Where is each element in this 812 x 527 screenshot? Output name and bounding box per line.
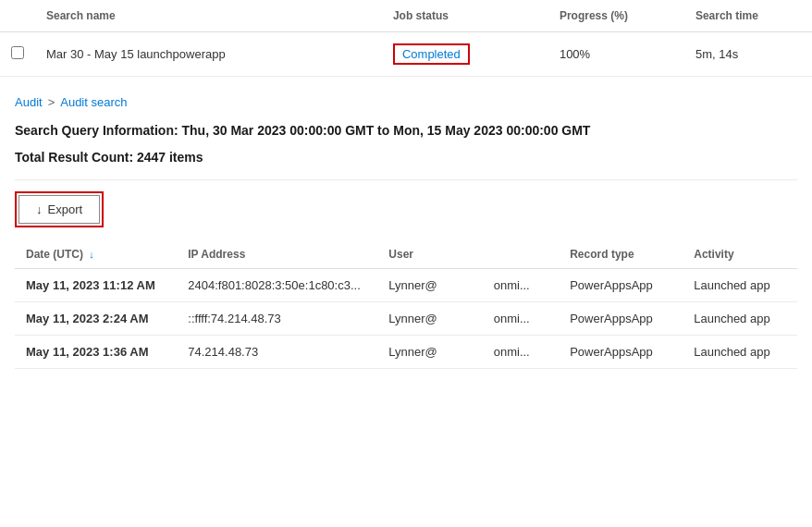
breadcrumb-audit-search[interactable]: Audit search bbox=[60, 95, 127, 109]
search-name-cell: Mar 30 - May 15 launchpowerapp bbox=[35, 32, 382, 77]
result-user: Lynner@ bbox=[377, 301, 482, 335]
export-icon: ↓ bbox=[36, 202, 43, 216]
query-info-text: Search Query Information: Thu, 30 Mar 20… bbox=[15, 122, 797, 141]
job-status-col-header: Job status bbox=[382, 0, 548, 32]
org-col-header bbox=[483, 240, 559, 269]
record-col-header: Record type bbox=[559, 240, 683, 269]
search-time-value: 5m, 14s bbox=[695, 47, 738, 61]
result-row: May 11, 2023 11:12 AM 2404:f801:8028:3:5… bbox=[15, 268, 797, 301]
result-ip: ::ffff:74.214.48.73 bbox=[177, 301, 377, 335]
result-count-text: Total Result Count: 2447 items bbox=[15, 150, 797, 165]
result-date: May 11, 2023 11:12 AM bbox=[15, 268, 177, 301]
detail-section: Audit > Audit search Search Query Inform… bbox=[0, 77, 812, 369]
breadcrumb-separator: > bbox=[48, 95, 55, 109]
activity-col-header: Activity bbox=[683, 240, 797, 269]
row-checkbox[interactable] bbox=[11, 46, 24, 59]
result-activity: Launched app bbox=[683, 301, 797, 335]
ip-col-header: IP Address bbox=[177, 240, 377, 269]
progress-value: 100% bbox=[560, 47, 590, 61]
search-name-col-header: Search name bbox=[35, 0, 382, 32]
result-org: onmi... bbox=[483, 268, 559, 301]
search-name-value: Mar 30 - May 15 launchpowerapp bbox=[46, 47, 226, 61]
result-date: May 11, 2023 2:24 AM bbox=[15, 301, 177, 335]
completed-badge[interactable]: Completed bbox=[393, 43, 470, 65]
result-org: onmi... bbox=[483, 335, 559, 368]
result-record-type: PowerAppsApp bbox=[559, 301, 683, 335]
search-time-cell: 5m, 14s bbox=[684, 32, 812, 77]
result-row: May 11, 2023 2:24 AM ::ffff:74.214.48.73… bbox=[15, 301, 797, 335]
export-button-label: Export bbox=[48, 202, 83, 216]
job-status-cell: Completed bbox=[382, 32, 548, 77]
breadcrumb: Audit > Audit search bbox=[15, 95, 797, 109]
breadcrumb-audit[interactable]: Audit bbox=[15, 95, 43, 109]
result-ip: 2404:f801:8028:3:50e:1c80:c3... bbox=[177, 268, 377, 301]
result-user: Lynner@ bbox=[377, 335, 482, 368]
date-col-header[interactable]: Date (UTC) ↓ bbox=[15, 240, 177, 269]
result-row: May 11, 2023 1:36 AM 74.214.48.73 Lynner… bbox=[15, 335, 797, 368]
search-jobs-table: Search name Job status Progress (%) Sear… bbox=[0, 0, 812, 77]
row-checkbox-cell[interactable] bbox=[0, 32, 35, 77]
result-record-type: PowerAppsApp bbox=[559, 335, 683, 368]
result-record-type: PowerAppsApp bbox=[559, 268, 683, 301]
date-col-label: Date (UTC) bbox=[26, 248, 83, 261]
result-activity: Launched app bbox=[683, 268, 797, 301]
results-table: Date (UTC) ↓ IP Address User Record type… bbox=[15, 240, 797, 369]
date-sort-icon: ↓ bbox=[89, 249, 94, 260]
result-ip: 74.214.48.73 bbox=[177, 335, 377, 368]
export-button-wrapper: ↓ Export bbox=[15, 191, 104, 227]
export-button[interactable]: ↓ Export bbox=[18, 195, 100, 224]
search-time-col-header: Search time bbox=[684, 0, 812, 32]
result-date: May 11, 2023 1:36 AM bbox=[15, 335, 177, 368]
progress-col-header: Progress (%) bbox=[548, 0, 684, 32]
search-job-row: Mar 30 - May 15 launchpowerapp Completed… bbox=[0, 32, 812, 77]
user-col-header: User bbox=[377, 240, 482, 269]
progress-cell: 100% bbox=[548, 32, 684, 77]
result-org: onmi... bbox=[483, 301, 559, 335]
result-user: Lynner@ bbox=[377, 268, 482, 301]
result-activity: Launched app bbox=[683, 335, 797, 368]
divider bbox=[15, 179, 797, 180]
checkbox-header-col bbox=[0, 0, 35, 32]
